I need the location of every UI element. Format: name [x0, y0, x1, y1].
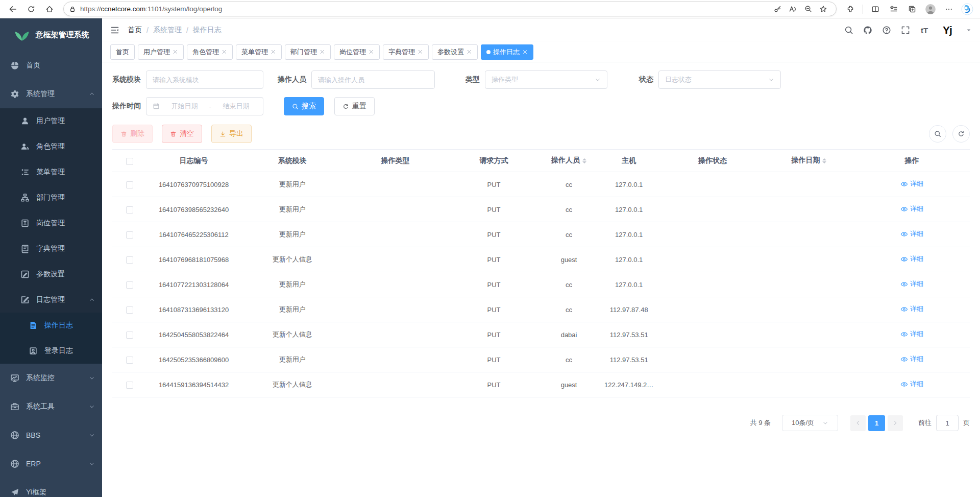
sidebar-item-login-log[interactable]: 登录日志: [0, 338, 102, 364]
sidebar-item-posts[interactable]: 岗位管理: [0, 210, 102, 236]
sidebar-collapse-button[interactable]: [110, 26, 119, 35]
favorites-bar-button[interactable]: [885, 2, 902, 17]
row-checkbox[interactable]: [126, 181, 133, 188]
sidebar-item-yi-framework[interactable]: Yi框架: [0, 478, 102, 497]
sort-icon[interactable]: [582, 156, 586, 165]
detail-link[interactable]: 详细: [900, 380, 923, 389]
tab-user-mgmt[interactable]: 用户管理: [138, 44, 184, 60]
help-icon[interactable]: [882, 26, 891, 35]
tab-home[interactable]: 首页: [110, 44, 135, 60]
breadcrumb-item-system[interactable]: 系统管理: [153, 26, 182, 35]
refresh-table-button[interactable]: [952, 125, 970, 143]
sidebar-item-departments[interactable]: 部门管理: [0, 185, 102, 210]
tab-close-icon[interactable]: [522, 49, 528, 55]
sidebar-item-system[interactable]: 系统管理: [0, 80, 102, 108]
github-icon[interactable]: [863, 26, 872, 35]
detail-link[interactable]: 详细: [900, 229, 923, 239]
next-page-button[interactable]: [888, 415, 903, 431]
password-key-button[interactable]: [770, 3, 785, 16]
search-icon[interactable]: [844, 26, 853, 35]
tab-dict-mgmt[interactable]: 字典管理: [383, 44, 429, 60]
extensions-button[interactable]: [842, 2, 859, 17]
col-date[interactable]: 操作日期: [764, 150, 854, 172]
sidebar-item-erp[interactable]: ERP: [0, 449, 102, 478]
copilot-button[interactable]: [959, 2, 976, 17]
sidebar-item-bbs[interactable]: BBS: [0, 421, 102, 449]
font-size-icon[interactable]: tT: [920, 26, 929, 35]
tab-close-icon[interactable]: [222, 49, 227, 55]
row-checkbox[interactable]: [126, 357, 133, 364]
detail-link[interactable]: 详细: [900, 354, 923, 364]
date-range-picker[interactable]: 开始日期 - 结束日期: [146, 97, 263, 115]
delete-button[interactable]: 删除: [112, 125, 153, 143]
row-checkbox[interactable]: [126, 281, 133, 289]
address-bar[interactable]: https://ccnetcore.com:1101/system/log/op…: [63, 2, 837, 16]
module-input[interactable]: [153, 76, 257, 84]
sidebar-item-home[interactable]: 首页: [0, 51, 102, 80]
row-checkbox[interactable]: [126, 306, 133, 314]
sidebar-item-roles[interactable]: 角色管理: [0, 134, 102, 159]
detail-link[interactable]: 详细: [900, 204, 923, 214]
tab-menu-mgmt[interactable]: 菜单管理: [236, 44, 282, 60]
row-checkbox[interactable]: [126, 382, 133, 389]
app-logo[interactable]: 意框架管理系统: [0, 18, 102, 51]
tab-dept-mgmt[interactable]: 部门管理: [285, 44, 331, 60]
operator-input[interactable]: [318, 76, 428, 84]
sidebar-item-logs[interactable]: 日志管理: [0, 287, 102, 313]
profile-button[interactable]: [922, 2, 939, 17]
tab-post-mgmt[interactable]: 岗位管理: [334, 44, 380, 60]
search-button[interactable]: 搜索: [284, 97, 324, 115]
page-size-select[interactable]: 10条/页: [782, 415, 838, 431]
sidebar-item-tools[interactable]: 系统工具: [0, 392, 102, 421]
sidebar-item-operation-log[interactable]: 操作日志: [0, 313, 102, 338]
tab-close-icon[interactable]: [467, 49, 472, 55]
read-aloud-button[interactable]: [785, 3, 800, 16]
clear-button[interactable]: 清空: [162, 125, 202, 143]
detail-link[interactable]: 详细: [900, 329, 923, 339]
sidebar-item-monitor[interactable]: 系统监控: [0, 364, 102, 392]
detail-link[interactable]: 详细: [900, 279, 923, 289]
detail-link[interactable]: 详细: [900, 179, 923, 188]
tab-param-settings[interactable]: 参数设置: [432, 44, 478, 60]
tab-close-icon[interactable]: [369, 49, 374, 55]
favorite-add-button[interactable]: [816, 3, 831, 16]
show-search-button[interactable]: [929, 125, 946, 143]
current-page[interactable]: 1: [868, 415, 885, 431]
export-button[interactable]: 导出: [211, 125, 252, 143]
col-operator[interactable]: 操作人员: [541, 150, 597, 172]
back-button[interactable]: [4, 2, 21, 17]
sidebar-item-menus[interactable]: 菜单管理: [0, 159, 102, 185]
sidebar-item-parameters[interactable]: 参数设置: [0, 262, 102, 287]
tab-close-icon[interactable]: [320, 49, 325, 55]
home-button[interactable]: [41, 2, 58, 17]
sidebar-item-dictionaries[interactable]: 字典管理: [0, 236, 102, 262]
type-select[interactable]: 操作类型: [485, 70, 607, 89]
select-all-checkbox[interactable]: [126, 158, 133, 165]
prev-page-button[interactable]: [850, 415, 866, 431]
user-menu-caret-icon[interactable]: [966, 27, 972, 33]
goto-page-input[interactable]: [936, 415, 959, 431]
breadcrumb-item-home[interactable]: 首页: [128, 26, 142, 35]
tab-role-mgmt[interactable]: 角色管理: [187, 44, 233, 60]
tab-close-icon[interactable]: [271, 49, 276, 55]
zoom-out-button[interactable]: [800, 3, 816, 16]
tab-close-icon[interactable]: [173, 49, 178, 55]
status-select[interactable]: 日志状态: [658, 70, 781, 89]
row-checkbox[interactable]: [126, 231, 133, 239]
reset-button[interactable]: 重置: [334, 97, 375, 115]
row-checkbox[interactable]: [126, 256, 133, 264]
sort-icon[interactable]: [822, 156, 826, 165]
row-checkbox[interactable]: [126, 206, 133, 214]
tab-operation-log[interactable]: 操作日志: [481, 44, 533, 60]
fullscreen-icon[interactable]: [901, 26, 910, 35]
more-menu-button[interactable]: [940, 2, 958, 17]
user-avatar[interactable]: Yj: [939, 22, 956, 38]
detail-link[interactable]: 详细: [900, 254, 923, 264]
row-checkbox[interactable]: [126, 332, 133, 339]
tab-close-icon[interactable]: [418, 49, 423, 55]
refresh-button[interactable]: [22, 2, 40, 17]
collections-button[interactable]: [903, 2, 921, 17]
split-screen-button[interactable]: [867, 2, 884, 17]
sidebar-item-users[interactable]: 用户管理: [0, 108, 102, 134]
detail-link[interactable]: 详细: [900, 304, 923, 314]
